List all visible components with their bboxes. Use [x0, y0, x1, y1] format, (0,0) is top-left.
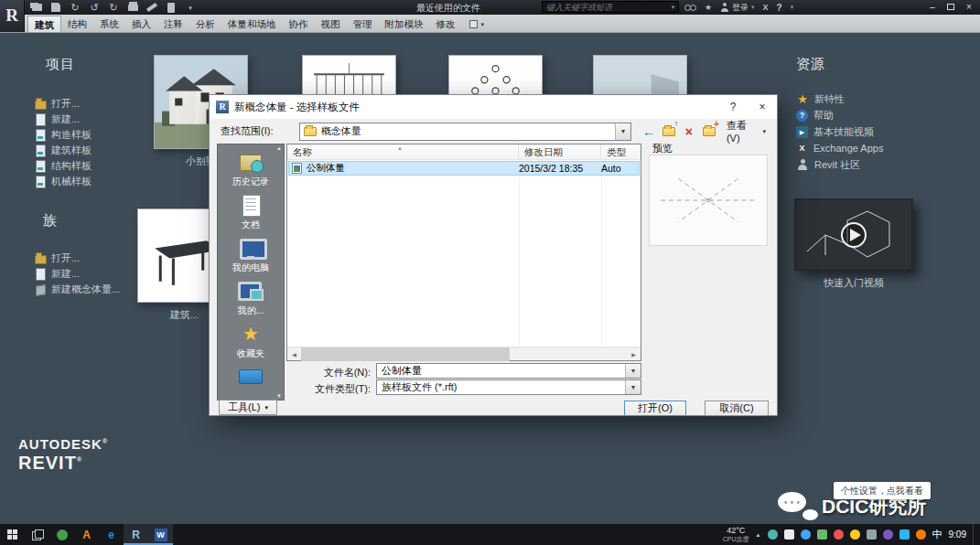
dialog-help-button[interactable]: ? — [718, 95, 748, 119]
tray-icon[interactable] — [817, 529, 827, 540]
places-scroll-up-icon[interactable]: ▲ — [276, 145, 282, 151]
search-dropdown-icon[interactable]: ▾ — [668, 4, 678, 11]
qat-customize-icon[interactable]: ▾ — [184, 2, 197, 14]
places-scroll-down-icon[interactable]: ▼ — [276, 393, 282, 399]
delete-icon[interactable]: × — [681, 123, 697, 140]
structural-template-link[interactable]: 结构样板 — [35, 158, 92, 174]
horizontal-scrollbar[interactable]: ◀ ▶ — [287, 347, 641, 360]
tray-expand-icon[interactable]: ▲ — [756, 532, 761, 538]
column-type[interactable]: 类型 — [601, 144, 641, 159]
combo-dropdown-icon[interactable]: ▼ — [625, 364, 641, 378]
tray-icon[interactable] — [850, 529, 860, 540]
file-name-input[interactable] — [382, 366, 622, 377]
file-name-combobox[interactable]: ▼ — [376, 363, 641, 379]
tray-icon[interactable] — [916, 529, 926, 540]
taskbar-app-word[interactable]: W — [148, 524, 173, 545]
task-view-button[interactable] — [25, 524, 49, 545]
new-conceptual-mass-link[interactable]: 新建概念体量... — [35, 282, 120, 297]
help-link[interactable]: ?帮助 — [796, 107, 883, 123]
personalization-tooltip[interactable]: 个性设置，点我看看 — [834, 482, 931, 499]
column-name[interactable]: 名称 — [287, 144, 519, 159]
place-my-computer[interactable]: 我的电脑 — [218, 235, 284, 278]
tray-icon[interactable] — [883, 529, 893, 540]
minimize-button[interactable]: – — [923, 0, 942, 14]
scroll-left-icon[interactable]: ◀ — [287, 347, 301, 361]
tab-modify[interactable]: 修改 — [430, 16, 462, 32]
tab-structure[interactable]: 结构 — [61, 16, 93, 32]
dialog-close-button[interactable]: × — [748, 95, 777, 119]
family-open-link[interactable]: 打开... — [35, 251, 120, 266]
cpu-temp-widget[interactable]: 42°C CPU温度 — [723, 527, 749, 543]
tray-icon[interactable] — [899, 529, 910, 540]
maximize-button[interactable] — [942, 0, 960, 14]
column-date-modified[interactable]: 修改日期 — [519, 144, 601, 159]
save-icon[interactable] — [49, 2, 62, 14]
mechanical-template-link[interactable]: 机械样板 — [35, 174, 92, 189]
tab-analyze[interactable]: 分析 — [189, 16, 221, 32]
taskbar-app-revit[interactable]: R — [124, 524, 148, 545]
cancel-button[interactable]: 取消(C) — [705, 401, 769, 416]
views-menu-button[interactable]: 查看(V) ▾ — [727, 119, 766, 144]
back-icon[interactable]: ← — [641, 123, 657, 140]
show-desktop-button[interactable] — [973, 524, 977, 545]
tray-icon[interactable] — [801, 529, 811, 540]
exchange-apps-link[interactable]: XExchange Apps — [796, 140, 883, 156]
revit-community-link[interactable]: Revit 社区 — [796, 156, 883, 173]
place-favorites[interactable]: ★ 收藏夹 — [218, 321, 284, 364]
tray-icon[interactable] — [768, 529, 778, 540]
undo-icon[interactable]: ↺ — [88, 2, 101, 14]
redo-icon[interactable]: ↻ — [107, 2, 120, 14]
open-button[interactable]: 打开(O) — [624, 401, 686, 416]
quick-start-video-thumbnail[interactable] — [794, 198, 913, 271]
scroll-right-icon[interactable]: ▶ — [627, 347, 641, 361]
tab-architecture[interactable]: 建筑 — [27, 16, 61, 32]
place-desktop-partial[interactable] — [218, 364, 284, 401]
place-history[interactable]: 历史记录 — [218, 149, 284, 192]
print-icon[interactable] — [126, 2, 139, 14]
dialog-titlebar[interactable]: R 新概念体量 - 选择样板文件 ? × — [210, 95, 777, 119]
start-button[interactable] — [0, 524, 25, 545]
place-documents[interactable]: 文档 — [218, 192, 284, 235]
search-icon[interactable] — [684, 4, 696, 11]
sync-icon[interactable]: ↻ — [69, 2, 81, 14]
open-icon[interactable] — [30, 2, 43, 14]
help-dropdown-icon[interactable]: ▾ — [791, 4, 794, 11]
taskbar-app-2[interactable]: A — [74, 524, 99, 545]
ribbon-state-toggle[interactable]: ▾ — [462, 20, 492, 32]
scrollbar-thumb[interactable] — [301, 347, 510, 361]
help-icon[interactable]: ? — [777, 3, 782, 13]
tab-view[interactable]: 视图 — [315, 16, 347, 32]
close-button[interactable]: × — [960, 0, 978, 14]
basic-skills-videos-link[interactable]: ▶基本技能视频 — [796, 123, 883, 140]
tools-button[interactable]: 工具(L) ▾ — [219, 400, 277, 415]
file-type-combobox[interactable]: 族样板文件 (*.rft) ▼ — [376, 379, 641, 395]
tab-systems[interactable]: 系统 — [93, 16, 125, 32]
taskbar-app-1[interactable] — [49, 524, 74, 545]
combo-dropdown-icon[interactable]: ▼ — [615, 123, 630, 140]
family-new-link[interactable]: 新建... — [35, 266, 120, 282]
favorites-icon[interactable]: ★ — [705, 3, 712, 12]
whats-new-link[interactable]: ★新特性 — [796, 91, 883, 107]
measure-icon[interactable] — [145, 2, 158, 14]
search-input[interactable] — [543, 3, 668, 12]
tab-massing-site[interactable]: 体量和场地 — [221, 16, 283, 32]
new-sheet-icon[interactable] — [165, 2, 178, 14]
look-in-combobox[interactable]: 概念体量 ▼ — [299, 123, 631, 141]
tray-icon[interactable] — [784, 529, 794, 540]
sign-in-button[interactable]: 登录 ▾ — [720, 2, 755, 14]
project-new-link[interactable]: 新建... — [35, 112, 92, 127]
place-my-network[interactable]: 我的... — [218, 278, 284, 321]
ime-indicator[interactable]: 中 — [932, 528, 942, 541]
tab-addins[interactable]: 附加模块 — [379, 16, 430, 32]
tab-collaborate[interactable]: 协作 — [283, 16, 315, 32]
tab-insert[interactable]: 插入 — [125, 16, 157, 32]
project-open-link[interactable]: 打开... — [35, 96, 92, 112]
taskbar-clock[interactable]: 9:09 — [949, 529, 966, 540]
application-menu-button[interactable]: R — [0, 0, 25, 32]
exchange-apps-icon[interactable]: X — [763, 3, 769, 12]
architectural-template-link[interactable]: 建筑样板 — [35, 143, 92, 158]
tab-annotate[interactable]: 注释 — [157, 16, 189, 32]
tray-icon[interactable] — [834, 529, 844, 540]
taskbar-app-browser[interactable]: e — [99, 524, 124, 545]
new-folder-icon[interactable]: + — [701, 123, 717, 140]
